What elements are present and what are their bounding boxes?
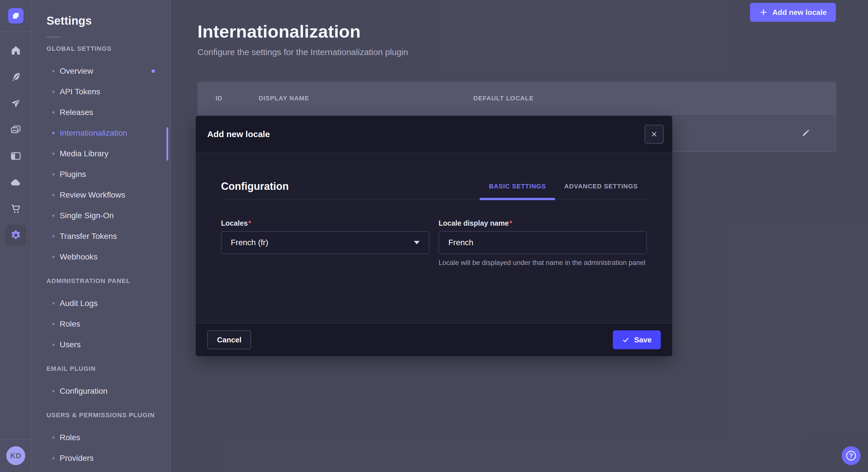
locales-label: Locales* bbox=[221, 218, 429, 228]
check-icon bbox=[622, 336, 629, 343]
cancel-button[interactable]: Cancel bbox=[207, 330, 251, 349]
modal-header: Add new locale bbox=[196, 116, 672, 153]
tab-advanced-settings[interactable]: ADVANCED SETTINGS bbox=[555, 179, 647, 193]
required-asterisk: * bbox=[248, 219, 251, 227]
modal-title: Add new locale bbox=[207, 129, 270, 139]
modal-tabs: BASIC SETTINGS ADVANCED SETTINGS bbox=[479, 179, 647, 193]
save-button[interactable]: Save bbox=[613, 330, 661, 349]
locales-select[interactable]: French (fr) bbox=[221, 231, 429, 254]
close-icon bbox=[651, 131, 658, 138]
display-name-input[interactable] bbox=[439, 231, 647, 254]
modal-close-button[interactable] bbox=[645, 125, 663, 144]
add-locale-modal: Add new locale Configuration BASIC SETTI… bbox=[196, 116, 672, 356]
locales-field: Locales* French (fr) bbox=[221, 218, 429, 267]
required-asterisk: * bbox=[509, 219, 513, 227]
display-name-field: Locale display name* Locale will be disp… bbox=[439, 218, 647, 267]
modal-body: Configuration BASIC SETTINGS ADVANCED SE… bbox=[196, 153, 672, 323]
tab-basic-settings[interactable]: BASIC SETTINGS bbox=[479, 179, 555, 193]
app-root: KD Settings GLOBAL SETTINGS Overview API… bbox=[0, 0, 868, 472]
tabs-divider bbox=[221, 199, 647, 200]
locales-select-value: French (fr) bbox=[231, 238, 268, 247]
modal-footer: Cancel Save bbox=[196, 323, 672, 356]
configuration-heading: Configuration bbox=[221, 180, 289, 193]
chevron-down-icon bbox=[414, 241, 420, 244]
display-name-hint: Locale will be displayed under that name… bbox=[439, 258, 647, 267]
display-name-label: Locale display name* bbox=[439, 218, 647, 228]
